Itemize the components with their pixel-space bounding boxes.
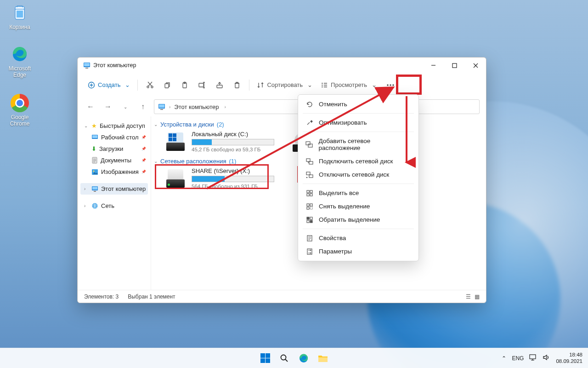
sidebar-desktop[interactable]: Рабочий стол📌 — [80, 132, 148, 143]
menu-options[interactable]: Параметры — [298, 245, 418, 258]
toolbar: Создать ⌄ Сортировать⌄ Просмотреть⌄ — [78, 73, 486, 97]
sidebar-this-pc[interactable]: ›Этот компьютер — [80, 183, 148, 195]
status-selection: Выбран 1 элемент — [128, 293, 175, 300]
recent-button[interactable]: ⌄ — [119, 100, 132, 113]
drive-free: 564 ГБ свободно из 931 ГБ — [192, 184, 274, 189]
thispc-icon — [83, 62, 90, 69]
svg-rect-15 — [235, 83, 239, 88]
svg-point-16 — [387, 84, 389, 86]
svg-point-9 — [151, 86, 153, 88]
svg-rect-13 — [199, 83, 204, 87]
taskbar-explorer[interactable] — [316, 351, 330, 366]
icon-label: Microsoft Edge — [9, 65, 31, 78]
tray-network-icon[interactable] — [529, 354, 537, 362]
menu-properties[interactable]: Свойства — [298, 231, 418, 245]
ellipsis-icon — [386, 81, 395, 89]
start-button[interactable] — [258, 351, 272, 366]
forward-button[interactable]: → — [102, 100, 114, 113]
copy-button[interactable] — [159, 77, 175, 93]
delete-button[interactable] — [229, 77, 245, 93]
svg-rect-23 — [92, 135, 97, 138]
close-button[interactable] — [465, 58, 486, 73]
svg-point-55 — [281, 355, 286, 360]
sort-button[interactable]: Сортировать⌄ — [253, 77, 316, 93]
tray-volume-icon[interactable] — [543, 354, 550, 362]
sidebar-pictures[interactable]: Изображения📌 — [80, 166, 148, 178]
search-button[interactable] — [277, 351, 292, 366]
cut-button[interactable] — [141, 77, 158, 93]
svg-rect-21 — [160, 109, 163, 110]
svg-rect-50 — [307, 249, 312, 254]
svg-rect-34 — [309, 161, 313, 164]
sidebar-documents[interactable]: Документы📌 — [80, 155, 148, 166]
menu-invert-selection[interactable]: Обратить выделение — [298, 213, 418, 226]
svg-rect-57 — [318, 357, 328, 362]
menu-map-network-drive[interactable]: Подключить сетевой диск — [298, 155, 418, 168]
desktop-recycle-bin[interactable]: Корзина — [4, 4, 36, 30]
menu-undo[interactable]: Отменить — [298, 98, 418, 111]
svg-rect-28 — [92, 187, 97, 190]
svg-rect-35 — [306, 172, 310, 175]
view-large-icon[interactable]: ▦ — [475, 293, 480, 300]
svg-rect-14 — [217, 85, 222, 88]
sidebar-network[interactable]: ›Сеть — [80, 200, 148, 212]
taskbar[interactable]: ⌃ ENG 18:4808.09.2021 — [0, 348, 588, 368]
svg-point-17 — [390, 84, 391, 86]
svg-rect-39 — [307, 194, 309, 196]
svg-rect-10 — [165, 84, 169, 88]
svg-rect-38 — [310, 190, 312, 193]
svg-rect-37 — [307, 190, 309, 193]
sidebar-downloads[interactable]: ⬇Загрузки📌 — [80, 143, 148, 155]
svg-rect-47 — [307, 220, 309, 223]
status-count: Элементов: 3 — [84, 293, 119, 300]
share-button[interactable] — [211, 77, 228, 93]
tray-overflow[interactable]: ⌃ — [502, 355, 506, 362]
svg-rect-29 — [94, 191, 96, 192]
drive-name: SHARE (\\Server) (X:) — [192, 167, 274, 174]
maximize-button[interactable] — [444, 58, 465, 73]
sort-label: Сортировать — [267, 81, 303, 88]
titlebar[interactable]: Этот компьютер — [78, 58, 486, 73]
svg-rect-40 — [310, 194, 312, 196]
up-button[interactable]: ↑ — [136, 100, 149, 113]
rename-button[interactable] — [194, 77, 210, 93]
tray-clock[interactable]: 18:4808.09.2021 — [556, 352, 582, 364]
local-disk[interactable]: Локальный диск (C:) 45,2 ГБ свободно из … — [165, 131, 274, 152]
desktop-edge[interactable]: Microsoft Edge — [4, 45, 36, 78]
svg-rect-4 — [84, 63, 90, 66]
new-label: Создать — [98, 81, 120, 88]
more-menu: Отменить Оптимизировать Добавить сетевое… — [298, 94, 419, 261]
new-button[interactable]: Создать ⌄ — [84, 77, 134, 93]
svg-rect-36 — [309, 175, 313, 178]
svg-rect-20 — [159, 104, 164, 108]
menu-add-network-location[interactable]: Добавить сетевое расположение — [298, 134, 418, 155]
drive-name: Локальный диск (C:) — [192, 131, 274, 138]
svg-rect-5 — [85, 68, 88, 69]
svg-rect-46 — [310, 217, 312, 219]
menu-select-all[interactable]: Выделить все — [298, 186, 418, 200]
svg-point-26 — [93, 170, 95, 172]
svg-point-8 — [147, 86, 149, 88]
menu-disconnect-network-drive[interactable]: Отключить сетевой диск — [298, 168, 418, 181]
back-button[interactable]: ← — [84, 100, 97, 113]
desktop-chrome[interactable]: Google Chrome — [4, 94, 36, 127]
status-bar: Элементов: 3 Выбран 1 элемент ☰ ▦ — [78, 290, 486, 303]
svg-point-52 — [310, 253, 311, 253]
address-bar-row: ← → ⌄ ↑ › Этот компьютер› — [78, 97, 486, 116]
menu-select-none[interactable]: Снять выделение — [298, 200, 418, 213]
svg-point-51 — [310, 250, 311, 251]
menu-optimize[interactable]: Оптимизировать — [298, 116, 418, 129]
tray-language[interactable]: ENG — [512, 355, 524, 362]
drive-free: 45,2 ГБ свободно из 59,3 ГБ — [192, 147, 274, 152]
minimize-button[interactable] — [423, 58, 444, 73]
breadcrumb[interactable]: Этот компьютер› — [174, 104, 226, 110]
paste-button[interactable] — [176, 77, 193, 93]
svg-rect-43 — [307, 207, 309, 209]
taskbar-edge[interactable] — [296, 351, 311, 366]
svg-rect-41 — [307, 204, 309, 206]
view-details-icon[interactable]: ☰ — [466, 293, 471, 300]
view-button[interactable]: Просмотреть⌄ — [317, 77, 380, 93]
thispc-icon — [158, 103, 165, 110]
sidebar-quick-access[interactable]: ⌄★Быстрый доступ — [80, 120, 148, 132]
svg-rect-42 — [310, 204, 312, 206]
